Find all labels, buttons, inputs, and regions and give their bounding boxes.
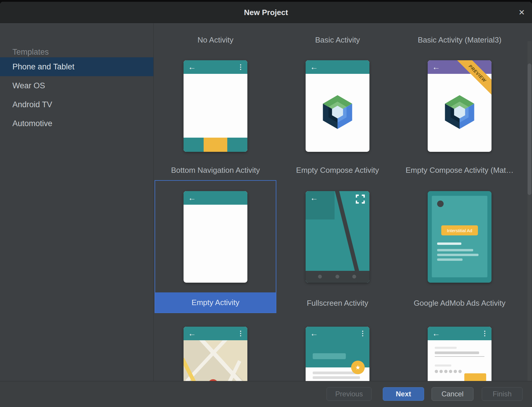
template-card-google-maps-activity[interactable]: ←⋮ — [155, 316, 276, 381]
previous-button[interactable]: Previous — [327, 387, 372, 401]
dialog-title: New Project — [0, 2, 532, 23]
back-arrow-icon: ← — [432, 327, 440, 340]
finish-button[interactable]: Finish — [482, 387, 523, 401]
compose-thumbnail: ← — [306, 60, 369, 152]
dialog-footer: Previous Next Cancel Finish — [0, 381, 532, 407]
empty-activity-thumbnail: ← — [184, 191, 247, 283]
sidebar-header: Templates — [12, 48, 49, 57]
star-fab-icon: ★ — [351, 361, 365, 374]
gallery-scrollbar-thumb[interactable] — [528, 64, 531, 195]
next-button[interactable]: Next — [383, 387, 424, 401]
kebab-menu-icon: ⋮ — [237, 60, 244, 74]
sidebar-item-phone-and-tablet[interactable]: Phone and Tablet — [0, 57, 153, 76]
template-label-no-activity[interactable]: No Activity — [155, 32, 276, 48]
cancel-button[interactable]: Cancel — [432, 387, 473, 401]
fullscreen-corners-icon — [355, 194, 365, 205]
kebab-menu-icon: ⋮ — [237, 327, 244, 340]
new-project-dialog: New Project ✕ Templates Phone and Tablet… — [0, 2, 532, 407]
close-icon[interactable]: ✕ — [518, 2, 525, 23]
template-card-google-admob-ads-activity[interactable]: Interstitial Ad Google AdMob Ads Activit… — [399, 180, 520, 313]
templates-sidebar: Templates Phone and Tablet Wear OS Andro… — [0, 23, 154, 381]
template-label: Fullscreen Activity — [277, 293, 398, 313]
bottom-nav-bar — [184, 138, 247, 152]
back-arrow-icon: ← — [188, 60, 196, 74]
template-card-fullscreen-activity[interactable]: ← Fullscreen Activity — [277, 180, 398, 313]
template-card-bottom-navigation-activity[interactable]: ←⋮ Bottom Navigation Activity — [155, 49, 276, 180]
interstitial-ad-button: Interstitial Ad — [441, 225, 478, 235]
star-fab-thumbnail: ← ⋮ ★ — [306, 327, 369, 381]
template-card-empty-activity[interactable]: ← Empty Activity — [155, 180, 276, 313]
map-image — [184, 340, 247, 381]
sidebar-item-wear-os[interactable]: Wear OS — [0, 76, 153, 95]
back-arrow-icon: ← — [188, 191, 196, 205]
template-card-star-fab-activity[interactable]: ← ⋮ ★ — [277, 316, 398, 381]
back-arrow-icon: ← — [310, 60, 318, 74]
template-card-empty-compose-activity-material3[interactable]: ← PREVIEW Empty Compose Activity (Mat… — [399, 49, 520, 180]
avatar-dot-icon — [437, 201, 444, 207]
login-thumbnail: ←⋮ — [428, 327, 492, 381]
jetpack-compose-logo-icon — [306, 74, 369, 152]
kebab-menu-icon: ⋮ — [481, 327, 488, 340]
template-label: Google AdMob Ads Activity — [399, 293, 520, 313]
login-button-placeholder — [464, 373, 486, 381]
back-arrow-icon: ← — [310, 191, 318, 205]
sidebar-item-automotive[interactable]: Automotive — [0, 114, 153, 133]
sidebar-item-android-tv[interactable]: Android TV — [0, 95, 153, 114]
dialog-titlebar: New Project ✕ — [0, 2, 532, 23]
template-label: Bottom Navigation Activity — [155, 160, 276, 180]
template-label-selected: Empty Activity — [155, 292, 276, 312]
template-card-empty-compose-activity[interactable]: ← Empty Compose Activity — [277, 49, 398, 180]
template-label-basic-activity-material3[interactable]: Basic Activity (Material3) — [399, 32, 520, 48]
bottom-navigation-thumbnail: ←⋮ — [184, 60, 247, 152]
template-gallery: No Activity Basic Activity Basic Activit… — [154, 23, 532, 381]
template-label: Empty Compose Activity (Mat… — [399, 160, 520, 180]
template-card-login-activity[interactable]: ←⋮ — [399, 316, 520, 381]
back-arrow-icon: ← — [310, 327, 318, 340]
compose-material3-thumbnail: ← PREVIEW — [428, 60, 492, 152]
kebab-menu-icon: ⋮ — [359, 327, 366, 340]
back-arrow-icon: ← — [432, 60, 440, 74]
template-label: Empty Compose Activity — [277, 160, 398, 180]
jetpack-compose-logo-icon — [428, 74, 492, 152]
template-label-basic-activity[interactable]: Basic Activity — [277, 32, 398, 48]
admob-thumbnail: Interstitial Ad — [428, 191, 492, 283]
fullscreen-thumbnail: ← — [306, 191, 369, 283]
title-placeholder-line — [313, 353, 346, 359]
maps-thumbnail: ←⋮ — [184, 327, 247, 381]
back-arrow-icon: ← — [188, 327, 196, 340]
